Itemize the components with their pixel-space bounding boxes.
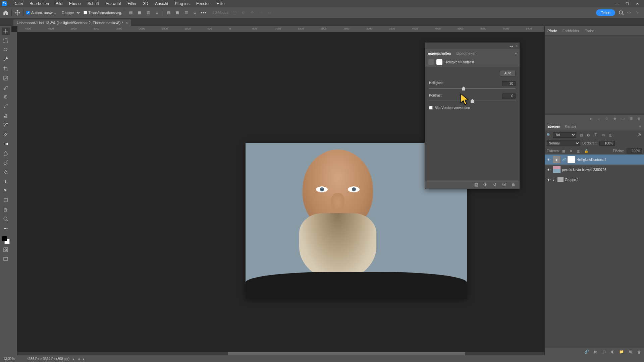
tab-farbfelder[interactable]: Farbfelder xyxy=(562,29,579,33)
mask-icon[interactable]: ▭ xyxy=(621,116,625,121)
collapse-icon[interactable]: ◂◂ xyxy=(509,44,513,48)
menu-schrift[interactable]: Schrift xyxy=(84,1,102,6)
menu-3d[interactable]: 3D xyxy=(140,1,152,6)
auto-select-target[interactable]: Gruppe xyxy=(59,10,81,16)
layer-name[interactable]: Helligkeit/Kontrast 2 xyxy=(577,158,643,162)
healing-brush-tool[interactable] xyxy=(2,93,10,101)
color-swatches[interactable] xyxy=(2,236,10,244)
layer-row-adjustment[interactable]: 👁 ◐ 🔗 Helligkeit/Kontrast 2 xyxy=(545,155,644,165)
shape-tool[interactable] xyxy=(2,196,10,204)
close-panel-icon[interactable]: × xyxy=(516,44,518,48)
menu-hilfe[interactable]: Hilfe xyxy=(213,1,228,6)
fx-icon[interactable]: fx xyxy=(593,350,598,354)
close-icon[interactable]: ✕ xyxy=(635,2,640,6)
gradient-tool[interactable] xyxy=(2,140,10,147)
more-options-icon[interactable]: ••• xyxy=(201,10,207,15)
align-center-h-icon[interactable]: ▦ xyxy=(137,10,143,15)
toggle-visibility-icon[interactable]: ⦿ xyxy=(501,182,507,187)
nav-right-icon[interactable]: ▸ xyxy=(83,357,85,361)
move-tool-icon[interactable] xyxy=(14,10,20,16)
new-layer-icon[interactable]: ⊞ xyxy=(628,350,633,354)
maximize-icon[interactable]: ☐ xyxy=(625,2,630,6)
legacy-checkbox[interactable]: Alte Version verwenden xyxy=(429,106,516,110)
minimize-icon[interactable]: — xyxy=(614,2,620,6)
layer-thumb[interactable] xyxy=(553,166,561,173)
clone-stamp-tool[interactable] xyxy=(2,112,10,119)
menu-bearbeiten[interactable]: Bearbeiten xyxy=(26,1,52,6)
stroke-path-icon[interactable]: ○ xyxy=(596,117,601,121)
reset-icon[interactable]: ↺ xyxy=(492,182,497,187)
filter-smart-icon[interactable]: ◫ xyxy=(608,132,613,137)
dodge-tool[interactable] xyxy=(2,159,10,166)
lasso-tool[interactable] xyxy=(2,46,10,54)
share-button[interactable]: Teilen xyxy=(596,9,615,16)
make-workpath-icon[interactable]: ◆ xyxy=(612,116,617,121)
brightness-slider-handle[interactable] xyxy=(462,86,465,90)
layer-mask-thumb[interactable] xyxy=(567,156,575,163)
link-layers-icon[interactable]: 🔗 xyxy=(584,350,589,354)
blur-tool[interactable] xyxy=(2,149,10,157)
nav-left-icon[interactable]: ◂ xyxy=(78,357,79,361)
visibility-icon[interactable]: 👁 xyxy=(546,178,551,182)
quickmask-icon[interactable] xyxy=(2,246,10,253)
filter-type-icon[interactable]: T xyxy=(593,132,598,137)
tab-ebenen[interactable]: Ebenen xyxy=(547,124,560,128)
document-tab[interactable]: Unbenannt-1 bei 13,3% (Helligkeit/Kontra… xyxy=(13,19,131,26)
contrast-value[interactable]: 0 xyxy=(502,94,516,99)
type-tool[interactable]: T xyxy=(2,178,10,185)
filter-adjust-icon[interactable]: ◐ xyxy=(586,132,591,137)
load-selection-icon[interactable]: ◇ xyxy=(604,116,609,121)
menu-bild[interactable]: Bild xyxy=(52,1,66,6)
align-left-icon[interactable]: ▤ xyxy=(128,10,134,15)
document-info[interactable]: 4936 Px × 3319 Px (300 ppi) xyxy=(27,357,69,361)
menu-ansicht[interactable]: Ansicht xyxy=(152,1,171,6)
tab-kanaele[interactable]: Kanäle xyxy=(565,124,576,128)
more-tools-icon[interactable]: ••• xyxy=(2,225,10,232)
distribute-v-icon[interactable]: ≡ xyxy=(192,10,198,15)
blend-mode-select[interactable]: Normal xyxy=(547,140,580,146)
search-icon[interactable] xyxy=(619,10,624,15)
horizontal-scrollbar[interactable] xyxy=(17,352,544,355)
contrast-slider-handle[interactable] xyxy=(471,99,474,103)
lock-all-icon[interactable]: 🔒 xyxy=(584,149,589,153)
layer-row-image[interactable]: 👁 pexels-kevin-bidwell-2380795 xyxy=(545,165,644,175)
screenmode-icon[interactable] xyxy=(2,255,10,263)
menu-plugins[interactable]: Plug-ins xyxy=(172,1,193,6)
filter-kind-select[interactable]: Art xyxy=(553,132,576,138)
align-top-icon[interactable]: ▤ xyxy=(166,10,172,15)
layer-name[interactable]: Gruppe 1 xyxy=(565,178,643,182)
new-path-icon[interactable]: ⊞ xyxy=(629,116,633,121)
auto-select-checkbox[interactable]: Autom. ausw… xyxy=(26,11,56,15)
marquee-tool[interactable] xyxy=(2,37,10,44)
fill-value[interactable]: 100% xyxy=(627,148,642,154)
panel-menu-icon[interactable]: ≡ xyxy=(639,124,641,128)
scrollbar-thumb[interactable] xyxy=(228,352,465,355)
tab-pfade[interactable]: Pfade xyxy=(547,29,557,33)
eyedropper-tool[interactable] xyxy=(2,84,10,91)
frame-tool[interactable] xyxy=(2,74,10,82)
lock-pixels-icon[interactable]: ▦ xyxy=(562,149,567,153)
brightness-value[interactable]: -30 xyxy=(502,81,516,86)
brush-tool[interactable] xyxy=(2,103,10,110)
layer-name[interactable]: pexels-kevin-bidwell-2380795 xyxy=(562,168,643,172)
pen-tool[interactable] xyxy=(2,168,10,176)
move-tool[interactable] xyxy=(2,27,10,35)
delete-path-icon[interactable]: 🗑 xyxy=(637,117,641,121)
transform-controls-checkbox[interactable]: Transformationsstrg. xyxy=(84,11,122,15)
filter-pixel-icon[interactable]: ▧ xyxy=(578,132,584,137)
panel-menu-icon[interactable]: ≡ xyxy=(515,51,517,55)
align-center-v-icon[interactable]: ▦ xyxy=(174,10,180,15)
tab-eigenschaften[interactable]: Eigenschaften xyxy=(428,51,451,55)
lock-position-icon[interactable]: ✥ xyxy=(570,149,574,153)
filter-toggle-icon[interactable]: ⦿ xyxy=(637,132,642,137)
home-icon[interactable] xyxy=(3,10,9,16)
search-icon[interactable]: 🔍 xyxy=(547,133,551,137)
expand-icon[interactable]: ▸ xyxy=(553,178,556,182)
menu-auswahl[interactable]: Auswahl xyxy=(102,1,124,6)
auto-button[interactable]: Auto xyxy=(500,70,516,76)
delete-adjustment-icon[interactable]: 🗑 xyxy=(511,182,516,187)
zoom-level[interactable]: 13,32% xyxy=(3,357,23,361)
link-icon[interactable]: 🔗 xyxy=(562,158,566,161)
visibility-icon[interactable]: 👁 xyxy=(546,158,551,162)
hand-tool[interactable] xyxy=(2,206,10,213)
